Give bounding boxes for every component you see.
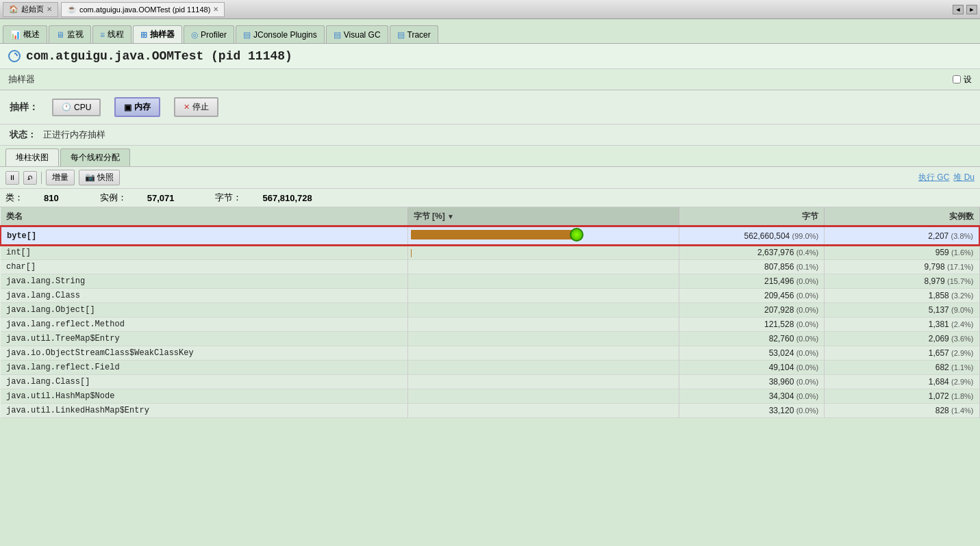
panel-settings[interactable]: 设 (953, 74, 972, 86)
memory-button[interactable]: ▣ 内存 (114, 97, 160, 117)
tab-tracer[interactable]: ▤ Tracer (390, 25, 438, 43)
cell-bar (407, 361, 679, 375)
title-bar: 🏠 起始页 ✕ ☕ com.atguigu.java.OOMTest (pid … (0, 0, 980, 19)
instance-label: 实例： (100, 192, 127, 204)
table-row[interactable]: int[]2,637,976 (0.4%)959 (1.6%) (1, 245, 979, 260)
heap-label[interactable]: 堆 Du (953, 172, 975, 183)
cell-bytes: 562,660,504 (99.0%) (679, 226, 824, 245)
table-row[interactable]: byte[]562,660,504 (99.0%)2,207 (3.8%) (1, 226, 979, 245)
table-row[interactable]: java.lang.Class209,456 (0.0%)1,858 (3.2%… (1, 289, 979, 303)
table-row[interactable]: java.util.HashMap$Node34,304 (0.0%)1,072… (1, 389, 979, 404)
close-home-icon[interactable]: ✕ (47, 5, 52, 13)
panel-bar: 抽样器 设 (0, 69, 980, 90)
status-label: 状态： (10, 129, 36, 141)
cell-instances: 1,858 (3.2%) (825, 289, 979, 303)
tab-tracer-label: Tracer (407, 30, 431, 40)
cpu-btn-label: CPU (74, 103, 91, 112)
snapshot-label: 快照 (97, 172, 114, 182)
title-tab-home[interactable]: 🏠 起始页 ✕ (3, 2, 58, 17)
subtab-thread-alloc[interactable]: 每个线程分配 (60, 148, 130, 166)
thread-icon: ≡ (100, 30, 105, 40)
title-tab-app[interactable]: ☕ com.atguigu.java.OOMTest (pid 11148) ✕ (61, 2, 225, 17)
gc-label[interactable]: 执行 GC (918, 172, 949, 183)
sampler-controls: 抽样： 🕐 CPU ▣ 内存 ✕ 停止 (0, 90, 980, 125)
java-icon: ☕ (67, 5, 77, 14)
table-body: byte[]562,660,504 (99.0%)2,207 (3.8%)int… (1, 226, 979, 418)
cell-instances: 682 (1.1%) (825, 361, 979, 375)
table-container[interactable]: 类名 字节 [%] ▼ 字节 实例数 byte[]562,660,504 (99… (0, 207, 980, 418)
bar-cursor (570, 228, 583, 242)
table-row[interactable]: java.util.LinkedHashMap$Entry33,120 (0.0… (1, 404, 979, 418)
cell-bar (407, 404, 679, 418)
nav-right-btn[interactable]: ► (966, 5, 977, 14)
table-row[interactable]: java.lang.String215,496 (0.0%)8,979 (15.… (1, 274, 979, 289)
heap-table: 类名 字节 [%] ▼ 字节 实例数 byte[]562,660,504 (99… (0, 207, 980, 418)
refresh-button[interactable]: ↺ (23, 171, 37, 185)
table-row[interactable]: java.util.TreeMap$Entry82,760 (0.0%)2,06… (1, 332, 979, 346)
cell-bar (407, 332, 679, 346)
tab-overview[interactable]: 📊 概述 (3, 25, 47, 43)
col-bytes-pct[interactable]: 字节 [%] ▼ (407, 207, 679, 226)
table-row[interactable]: java.lang.reflect.Field49,104 (0.0%)682 … (1, 361, 979, 375)
tab-sampler[interactable]: ⊞ 抽样器 (133, 25, 182, 43)
pause-icon: ⏸ (9, 174, 16, 181)
bytes-label: 字节： (215, 192, 242, 204)
snapshot-button[interactable]: 📷 快照 (79, 170, 120, 185)
app-refresh-icon (8, 50, 21, 62)
snapshot-icon: 📷 (85, 172, 95, 182)
jconsole-icon: ▤ (243, 30, 251, 40)
tab-profiler[interactable]: ◎ Profiler (184, 25, 234, 43)
monitor-icon: 🖥 (56, 30, 64, 40)
col-bytes[interactable]: 字节 (679, 207, 824, 226)
status-value: 正进行内存抽样 (43, 129, 105, 141)
col-classname[interactable]: 类名 (1, 207, 407, 226)
instance-count: 57,071 (147, 193, 175, 203)
tab-visualgc[interactable]: ▤ Visual GC (326, 25, 388, 43)
close-app-icon[interactable]: ✕ (213, 5, 218, 13)
cell-classname: java.lang.reflect.Field (1, 361, 407, 375)
tab-threads-label: 线程 (108, 29, 124, 40)
table-row[interactable]: java.lang.reflect.Method121,528 (0.0%)1,… (1, 317, 979, 332)
nav-left-btn[interactable]: ◄ (953, 5, 964, 14)
subtab-heap-histogram[interactable]: 堆柱状图 (5, 148, 59, 166)
table-row[interactable]: java.io.ObjectStreamClass$WeakClassKey53… (1, 346, 979, 361)
sampler-icon: ⊞ (140, 30, 147, 40)
cell-bar (407, 389, 679, 404)
table-row[interactable]: java.lang.Object[]207,928 (0.0%)5,137 (9… (1, 303, 979, 317)
visualgc-icon: ▤ (334, 30, 341, 40)
stop-btn-label: 停止 (192, 101, 209, 113)
cell-instances: 959 (1.6%) (825, 245, 979, 260)
nav-tabs: 📊 概述 🖥 监视 ≡ 线程 ⊞ 抽样器 ◎ Profiler ▤ JConso… (0, 19, 980, 44)
cell-bytes: 215,496 (0.0%) (679, 274, 824, 289)
cell-instances: 1,684 (2.9%) (825, 375, 979, 389)
subtab-thread-label: 每个线程分配 (71, 153, 120, 162)
bytes-count: 567,810,728 (262, 193, 312, 203)
cell-classname: java.util.LinkedHashMap$Entry (1, 404, 407, 418)
tab-visualgc-label: Visual GC (344, 30, 381, 40)
table-row[interactable]: java.lang.Class[]38,960 (0.0%)1,684 (2.9… (1, 375, 979, 389)
cell-classname: java.lang.String (1, 274, 407, 289)
cell-bytes: 121,528 (0.0%) (679, 317, 824, 332)
status-row: 状态： 正进行内存抽样 (0, 125, 980, 146)
cell-bytes: 2,637,976 (0.4%) (679, 245, 824, 260)
settings-checkbox[interactable] (953, 75, 961, 83)
window-controls: ◄ ► (953, 5, 977, 14)
memory-btn-label: 内存 (134, 101, 151, 113)
settings-label: 设 (964, 74, 972, 86)
tracer-icon: ▤ (397, 30, 405, 40)
bar-chart (411, 229, 596, 241)
tab-monitor[interactable]: 🖥 监视 (49, 25, 91, 43)
cell-bytes: 33,120 (0.0%) (679, 404, 824, 418)
table-row[interactable]: char[]807,856 (0.1%)9,798 (17.1%) (1, 260, 979, 274)
title-tabs: 🏠 起始页 ✕ ☕ com.atguigu.java.OOMTest (pid … (3, 2, 953, 17)
tab-threads[interactable]: ≡ 线程 (92, 25, 131, 43)
cpu-button[interactable]: 🕐 CPU (52, 99, 101, 116)
cell-classname: java.util.TreeMap$Entry (1, 332, 407, 346)
tab-jconsole[interactable]: ▤ JConsole Plugins (236, 25, 325, 43)
col-instances[interactable]: 实例数 (825, 207, 979, 226)
increment-button[interactable]: 增量 (46, 170, 75, 185)
stop-button[interactable]: ✕ 停止 (174, 97, 218, 117)
pause-button[interactable]: ⏸ (5, 171, 19, 185)
cell-classname: java.lang.Class[] (1, 375, 407, 389)
cell-bytes: 34,304 (0.0%) (679, 389, 824, 404)
